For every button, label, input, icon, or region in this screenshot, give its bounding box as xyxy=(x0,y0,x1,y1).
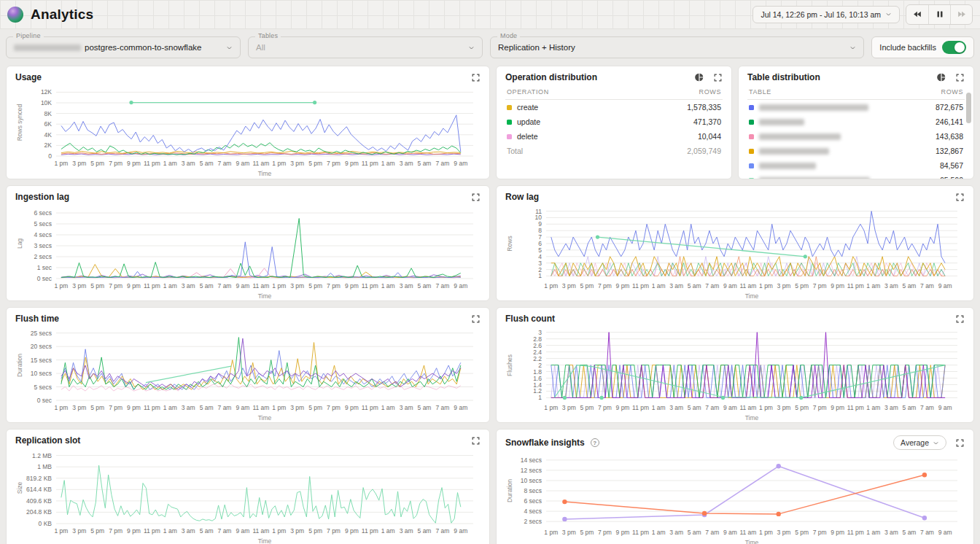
svg-text:3 pm: 3 pm xyxy=(562,529,576,536)
svg-text:5 am: 5 am xyxy=(200,160,214,167)
pie-chart-icon xyxy=(694,72,704,82)
operation-col-header: OPERATION xyxy=(507,88,549,96)
svg-text:5 am: 5 am xyxy=(688,529,701,536)
total-label: Total xyxy=(507,147,523,155)
table-rows-value: 84,567 xyxy=(940,161,963,170)
snowflake-expand-button[interactable] xyxy=(955,438,965,448)
svg-text:11 am: 11 am xyxy=(739,282,756,290)
flush-time-expand-button[interactable] xyxy=(471,314,481,324)
help-icon[interactable]: ? xyxy=(591,438,599,447)
mode-select[interactable]: Mode Replication + History xyxy=(490,36,864,58)
svg-text:5 am: 5 am xyxy=(688,282,701,290)
mode-value: Replication + History xyxy=(498,43,849,52)
table-rows-value: 872,675 xyxy=(936,103,963,112)
svg-text:5 secs: 5 secs xyxy=(34,220,52,228)
flush-time-card: Flush time 0 sec5 secs10 secs15 secs20 s… xyxy=(6,307,490,423)
expand-icon xyxy=(471,193,481,202)
svg-text:Time: Time xyxy=(258,292,272,300)
expand-icon xyxy=(713,73,723,82)
svg-text:2.8: 2.8 xyxy=(533,335,542,343)
rewind-button[interactable] xyxy=(906,5,928,24)
table-pie-toggle[interactable] xyxy=(936,72,946,82)
svg-text:10K: 10K xyxy=(41,99,52,106)
svg-text:1 am: 1 am xyxy=(381,160,395,167)
svg-text:614.4 KB: 614.4 KB xyxy=(26,486,52,493)
svg-text:1 am: 1 am xyxy=(866,529,880,536)
date-range-button[interactable]: Jul 14, 12:26 pm - Jul 16, 10:13 am xyxy=(752,6,900,23)
replication-slot-expand-button[interactable] xyxy=(471,436,481,446)
svg-text:9 am: 9 am xyxy=(454,282,467,290)
svg-text:9 pm: 9 pm xyxy=(616,404,630,411)
svg-text:9 am: 9 am xyxy=(723,282,737,290)
usage-title: Usage xyxy=(15,72,42,82)
svg-text:7: 7 xyxy=(538,233,542,241)
svg-text:5 am: 5 am xyxy=(418,527,432,535)
svg-text:1.2: 1.2 xyxy=(533,387,542,395)
table-distribution-body: 872,675 246,141 143,638 132,867 84,567 xyxy=(747,100,965,179)
svg-text:3 am: 3 am xyxy=(182,404,195,411)
svg-text:11 am: 11 am xyxy=(252,160,269,167)
svg-text:11 pm: 11 pm xyxy=(847,529,864,536)
svg-text:6 secs: 6 secs xyxy=(34,209,52,217)
rewind-icon xyxy=(913,10,922,18)
pipeline-select[interactable]: Pipeline postgres-common-to-snowflake xyxy=(6,36,241,58)
page-title: Analytics xyxy=(31,7,93,23)
snowflake-insights-chart: 2 secs4 secs6 secs8 secs10 secs12 secs14… xyxy=(505,451,965,544)
scrollbar[interactable] xyxy=(966,93,971,123)
svg-text:9 am: 9 am xyxy=(236,160,249,167)
ingestion-lag-expand-button[interactable] xyxy=(471,193,481,202)
svg-text:1 pm: 1 pm xyxy=(544,282,558,290)
svg-text:5 pm: 5 pm xyxy=(580,282,594,290)
svg-text:1 am: 1 am xyxy=(381,527,395,535)
svg-text:5 am: 5 am xyxy=(688,404,701,411)
svg-text:11 pm: 11 pm xyxy=(144,282,160,290)
svg-text:7 pm: 7 pm xyxy=(327,527,341,535)
svg-text:4 secs: 4 secs xyxy=(34,231,52,238)
svg-text:7 am: 7 am xyxy=(218,282,232,290)
operation-name: create xyxy=(517,103,538,112)
aggregate-select[interactable]: Average xyxy=(893,435,946,450)
operation-pie-toggle[interactable] xyxy=(694,72,704,82)
row-lag-expand-button[interactable] xyxy=(955,193,965,202)
svg-text:11 am: 11 am xyxy=(252,527,269,535)
expand-icon xyxy=(955,193,965,202)
svg-text:7 pm: 7 pm xyxy=(109,527,122,535)
tables-select[interactable]: Tables All xyxy=(248,36,483,58)
fast-forward-button[interactable] xyxy=(950,5,972,24)
fast-forward-icon xyxy=(957,10,966,18)
svg-text:9 pm: 9 pm xyxy=(616,282,630,290)
svg-text:3 am: 3 am xyxy=(884,529,898,536)
pie-chart-icon xyxy=(936,72,946,82)
svg-text:9 am: 9 am xyxy=(236,282,249,290)
table-col-header: TABLE xyxy=(749,88,771,96)
series-color-swatch xyxy=(749,120,754,125)
svg-text:3 pm: 3 pm xyxy=(777,529,791,536)
svg-text:4K: 4K xyxy=(44,131,52,139)
svg-text:3 am: 3 am xyxy=(669,529,683,536)
svg-text:819.2 KB: 819.2 KB xyxy=(26,475,52,482)
svg-text:4: 4 xyxy=(538,253,542,260)
table-row: 143,638 xyxy=(747,129,965,144)
svg-text:7 am: 7 am xyxy=(435,527,449,535)
svg-text:0 sec: 0 sec xyxy=(37,275,52,282)
svg-text:9 pm: 9 pm xyxy=(127,160,141,167)
flush-count-expand-button[interactable] xyxy=(955,314,965,324)
svg-text:Duration: Duration xyxy=(506,479,513,502)
operation-expand-button[interactable] xyxy=(713,73,723,82)
svg-text:5 am: 5 am xyxy=(418,282,432,290)
mode-label: Mode xyxy=(497,32,520,39)
svg-text:1: 1 xyxy=(538,394,542,401)
svg-text:10: 10 xyxy=(535,214,542,221)
pause-button[interactable] xyxy=(928,5,950,24)
svg-text:5 pm: 5 pm xyxy=(90,160,104,167)
svg-text:8: 8 xyxy=(538,227,542,234)
svg-text:7 am: 7 am xyxy=(218,527,232,535)
expand-icon xyxy=(955,438,965,448)
usage-expand-button[interactable] xyxy=(471,73,481,82)
table-expand-button[interactable] xyxy=(955,73,965,82)
svg-text:5 pm: 5 pm xyxy=(308,282,322,290)
svg-text:1 MB: 1 MB xyxy=(37,463,52,470)
svg-text:12K: 12K xyxy=(41,88,52,96)
include-backfills-toggle[interactable] xyxy=(942,41,966,54)
expand-icon xyxy=(955,314,965,324)
